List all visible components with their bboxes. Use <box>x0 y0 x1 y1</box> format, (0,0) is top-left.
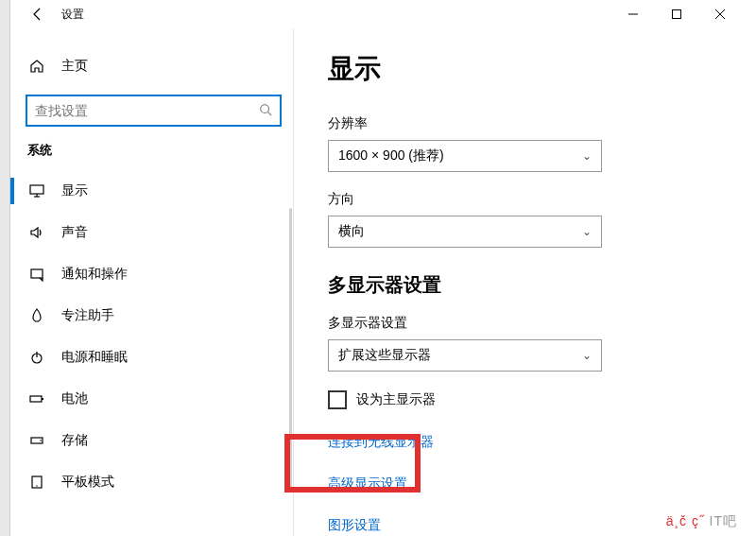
sidebar-item-tablet[interactable]: 平板模式 <box>26 461 293 503</box>
left-edge-strip <box>0 0 10 536</box>
nav-list: 显示 声音 通知和操作 专注助手 电源和睡眠 <box>26 170 293 503</box>
multi-display-dropdown[interactable]: 扩展这些显示器 ⌄ <box>328 339 602 372</box>
close-icon <box>715 9 725 19</box>
svg-rect-1 <box>673 10 681 19</box>
sidebar-item-sound[interactable]: 声音 <box>26 212 293 253</box>
sidebar-item-label: 平板模式 <box>61 474 114 491</box>
sidebar-item-label: 专注助手 <box>61 307 114 324</box>
arrow-left-icon <box>30 7 45 22</box>
wireless-display-link[interactable]: 连接到无线显示器 <box>328 434 742 451</box>
storage-icon <box>27 433 46 448</box>
close-button[interactable] <box>698 0 742 28</box>
sidebar-item-battery[interactable]: 电池 <box>26 378 293 420</box>
multi-display-section-title: 多显示器设置 <box>328 272 742 298</box>
home-link[interactable]: 主页 <box>26 47 293 85</box>
advanced-display-link[interactable]: 高级显示设置 <box>328 475 742 493</box>
watermark: ä¸č ç˝ IT吧 <box>666 513 737 530</box>
orientation-dropdown[interactable]: 横向 ⌄ <box>328 216 602 248</box>
sidebar-item-label: 声音 <box>61 224 88 241</box>
battery-icon <box>27 391 46 406</box>
multi-display-value: 扩展这些显示器 <box>338 347 431 364</box>
sidebar-item-label: 存储 <box>61 432 88 449</box>
svg-rect-9 <box>31 269 43 278</box>
maximize-button[interactable] <box>655 0 698 28</box>
power-icon <box>27 350 46 365</box>
svg-point-4 <box>261 104 269 112</box>
sidebar-scrollbar[interactable] <box>289 208 292 492</box>
primary-display-checkbox[interactable]: 设为主显示器 <box>328 390 742 409</box>
monitor-icon <box>27 183 46 199</box>
chevron-down-icon: ⌄ <box>582 349 592 362</box>
multi-display-label: 多显示器设置 <box>328 315 742 332</box>
home-label: 主页 <box>61 58 88 75</box>
svg-point-17 <box>36 485 37 486</box>
svg-line-5 <box>268 112 272 115</box>
resolution-label: 分辨率 <box>328 115 742 132</box>
window-title: 设置 <box>61 7 84 23</box>
notification-icon <box>27 267 46 282</box>
focus-icon <box>27 308 46 323</box>
orientation-value: 横向 <box>338 223 365 240</box>
svg-point-15 <box>40 440 42 441</box>
window-controls <box>611 0 742 28</box>
sidebar-item-label: 电源和睡眠 <box>61 349 128 366</box>
search-box[interactable] <box>26 95 282 127</box>
back-button[interactable] <box>24 0 52 28</box>
sidebar: 主页 系统 显示 声音 通知和操作 <box>10 28 294 536</box>
page-title: 显示 <box>328 51 742 87</box>
content-area: 主页 系统 显示 声音 通知和操作 <box>10 28 742 536</box>
multi-display-field: 多显示器设置 扩展这些显示器 ⌄ <box>328 315 742 372</box>
minimize-button[interactable] <box>611 0 655 28</box>
sidebar-item-label: 电池 <box>61 390 88 407</box>
tablet-icon <box>27 475 46 490</box>
resolution-field: 分辨率 1600 × 900 (推荐) ⌄ <box>328 115 742 172</box>
sound-icon <box>27 225 46 240</box>
orientation-field: 方向 横向 ⌄ <box>328 191 742 248</box>
svg-rect-12 <box>30 396 42 402</box>
search-input[interactable] <box>35 103 259 118</box>
orientation-label: 方向 <box>328 191 742 208</box>
svg-rect-6 <box>30 185 43 194</box>
watermark-gray: IT吧 <box>710 513 737 528</box>
sidebar-item-display[interactable]: 显示 <box>26 170 293 212</box>
titlebar: 设置 <box>10 0 742 28</box>
settings-window: 设置 主页 <box>10 0 742 536</box>
checkbox-icon <box>328 390 347 409</box>
sidebar-item-notifications[interactable]: 通知和操作 <box>26 253 293 295</box>
home-icon <box>27 59 46 74</box>
main-panel: 显示 分辨率 1600 × 900 (推荐) ⌄ 方向 横向 ⌄ 多显示器设置 … <box>294 28 742 536</box>
checkbox-label: 设为主显示器 <box>356 391 436 408</box>
category-title: 系统 <box>27 142 293 159</box>
chevron-down-icon: ⌄ <box>582 149 592 163</box>
sidebar-item-storage[interactable]: 存储 <box>26 420 293 461</box>
maximize-icon <box>672 9 681 19</box>
minimize-icon <box>628 9 638 19</box>
sidebar-item-power[interactable]: 电源和睡眠 <box>26 337 293 378</box>
chevron-down-icon: ⌄ <box>582 225 592 238</box>
watermark-red: ä¸č ç˝ <box>666 513 705 528</box>
sidebar-item-focus[interactable]: 专注助手 <box>26 295 293 337</box>
sidebar-item-label: 通知和操作 <box>61 266 128 283</box>
resolution-value: 1600 × 900 (推荐) <box>338 147 444 164</box>
resolution-dropdown[interactable]: 1600 × 900 (推荐) ⌄ <box>328 140 602 172</box>
svg-rect-13 <box>42 398 43 400</box>
sidebar-item-label: 显示 <box>61 182 88 199</box>
search-icon <box>259 103 272 119</box>
